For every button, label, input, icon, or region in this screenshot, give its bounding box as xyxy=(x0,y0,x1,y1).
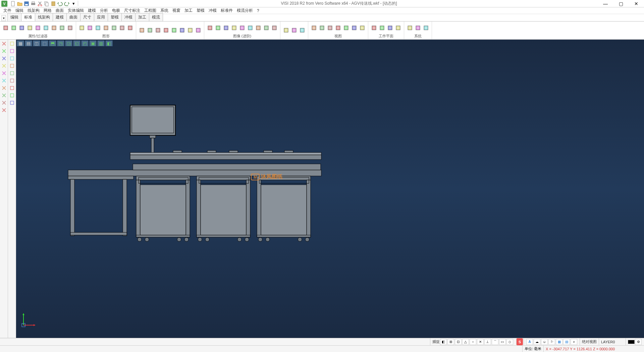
snap-tan-icon[interactable]: ⌒ xyxy=(492,339,498,345)
viewport-btn-3[interactable]: ⬚ xyxy=(41,40,48,46)
tab-7[interactable]: 塑模 xyxy=(108,13,122,21)
ribbon-btn-6-1[interactable] xyxy=(378,24,386,32)
ribbon-btn-3-0[interactable] xyxy=(206,24,214,32)
viewport-btn-7[interactable]: ◱ xyxy=(73,40,80,46)
qat-redo-icon[interactable] xyxy=(64,1,70,7)
ribbon-btn-4-1[interactable] xyxy=(290,26,298,35)
qat-open-icon[interactable] xyxy=(17,1,23,7)
ribbon-btn-0-5[interactable] xyxy=(42,24,50,32)
viewport-btn-10[interactable]: ▥ xyxy=(97,40,105,46)
ribbon-btn-1-3[interactable] xyxy=(102,24,110,32)
ribbon-btn-3-4[interactable] xyxy=(238,24,246,32)
viewport-btn-5[interactable]: ◳ xyxy=(57,40,64,46)
ribbon-btn-2-1[interactable] xyxy=(146,26,154,35)
snap-grid-icon[interactable]: ⊞ xyxy=(447,339,454,345)
mode-grid1-icon[interactable]: ▦ xyxy=(556,339,562,345)
menu-item-12[interactable]: 视窗 xyxy=(170,7,182,14)
left-tool2-0[interactable] xyxy=(9,40,15,47)
mode-chev-icon[interactable]: » xyxy=(571,339,577,345)
menu-item-15[interactable]: 冲模 xyxy=(207,7,219,14)
mode-cloud-icon[interactable]: ☁ xyxy=(534,339,540,345)
ribbon-btn-1-1[interactable] xyxy=(86,24,94,32)
ribbon-btn-1-5[interactable] xyxy=(118,24,126,32)
status-layer-settings-icon[interactable]: ⚙ xyxy=(635,339,642,345)
ribbon-btn-3-6[interactable] xyxy=(255,24,262,32)
ribbon-btn-0-6[interactable] xyxy=(50,24,58,32)
tab-0[interactable]: 编辑 xyxy=(7,13,21,21)
ribbon-btn-2-6[interactable] xyxy=(186,26,194,35)
left-tool-8[interactable] xyxy=(1,99,7,106)
menu-item-13[interactable]: 加工 xyxy=(182,7,195,14)
snap-mid-icon[interactable]: △ xyxy=(462,339,469,345)
ribbon-btn-6-0[interactable] xyxy=(370,24,378,32)
viewport-btn-6[interactable]: ◲ xyxy=(65,40,72,46)
snap-quad-icon[interactable]: ◇ xyxy=(506,339,513,345)
ribbon-btn-3-5[interactable] xyxy=(247,24,254,32)
ribbon-btn-0-4[interactable] xyxy=(34,24,42,32)
qat-copy-icon[interactable] xyxy=(44,1,50,7)
ribbon-btn-0-8[interactable] xyxy=(66,24,74,32)
viewport-btn-9[interactable]: ▣ xyxy=(89,40,97,46)
ribbon-btn-5-0[interactable] xyxy=(310,24,318,32)
mode-grid2-icon[interactable]: ▤ xyxy=(563,339,570,345)
qat-dropdown-icon[interactable]: ▾ xyxy=(70,1,76,7)
ribbon-btn-3-7[interactable] xyxy=(263,24,270,32)
tab-1[interactable]: 标准 xyxy=(21,13,35,21)
left-tool2-1[interactable] xyxy=(9,48,15,54)
qat-cut-icon[interactable] xyxy=(37,1,43,7)
tab-8[interactable]: 冲模 xyxy=(121,13,136,21)
ribbon-btn-3-3[interactable] xyxy=(230,24,238,32)
qat-save-icon[interactable] xyxy=(23,1,30,7)
ribbon-btn-5-6[interactable] xyxy=(359,24,366,32)
left-tool2-5[interactable] xyxy=(9,77,15,84)
left-tool-5[interactable] xyxy=(1,77,7,84)
ribbon-btn-1-6[interactable] xyxy=(126,24,134,32)
ribbon-btn-0-0[interactable] xyxy=(2,24,9,32)
left-tool-9[interactable] xyxy=(1,107,7,114)
tab-9[interactable]: 加工 xyxy=(135,13,149,21)
qat-undo-icon[interactable] xyxy=(57,1,63,7)
viewport-3d[interactable]: ▦▤◫⬚⬒◳◲◱◰▣▥◧ xyxy=(16,40,644,338)
menu-item-14[interactable]: 塑模 xyxy=(195,7,207,14)
ribbon-btn-1-2[interactable] xyxy=(94,24,102,32)
maximize-button[interactable]: ▢ xyxy=(613,0,629,7)
snap-perp-icon[interactable]: ⊥ xyxy=(484,339,491,345)
viewport-btn-1[interactable]: ▤ xyxy=(25,40,32,46)
menu-item-16[interactable]: 标准件 xyxy=(219,7,235,14)
tab-6[interactable]: 应用 xyxy=(94,13,108,21)
ribbon-btn-1-4[interactable] xyxy=(110,24,118,32)
mode-flag-icon[interactable]: ⚐ xyxy=(548,339,555,345)
ribbon-btn-5-4[interactable] xyxy=(342,24,350,32)
qat-new-icon[interactable] xyxy=(10,1,16,7)
left-tool-4[interactable] xyxy=(1,70,7,77)
ribbon-btn-0-1[interactable] xyxy=(10,24,17,32)
snap-near-icon[interactable]: ▭ xyxy=(499,339,506,345)
left-tool-6[interactable] xyxy=(1,85,7,91)
left-tool-1[interactable] xyxy=(1,48,7,54)
ribbon-btn-4-0[interactable] xyxy=(282,26,290,35)
left-tool2-4[interactable] xyxy=(9,70,15,77)
tab-2[interactable]: 线架构 xyxy=(35,13,53,21)
left-tool-3[interactable] xyxy=(1,62,7,69)
snap-int-icon[interactable]: ✕ xyxy=(477,339,484,345)
ribbon-btn-7-2[interactable] xyxy=(422,24,430,32)
ribbon-btn-5-3[interactable] xyxy=(334,24,342,32)
ribbon-btn-1-0[interactable] xyxy=(78,24,86,32)
ribbon-btn-5-1[interactable] xyxy=(318,24,326,32)
viewport-btn-2[interactable]: ◫ xyxy=(33,40,40,46)
tab-5[interactable]: 尺寸 xyxy=(80,13,94,21)
ribbon-btn-7-0[interactable] xyxy=(406,24,414,32)
snap-end-icon[interactable]: ⊡ xyxy=(455,339,462,345)
ribbon-btn-2-7[interactable] xyxy=(195,26,202,35)
left-tool2-3[interactable] xyxy=(9,62,15,69)
left-tool2-2[interactable] xyxy=(9,55,15,62)
status-layer[interactable]: LAYER0 xyxy=(599,338,626,345)
ribbon-btn-0-3[interactable] xyxy=(26,24,34,32)
snap-toggle-icon[interactable]: ◧ xyxy=(440,339,447,345)
ribbon-btn-0-7[interactable] xyxy=(58,24,66,32)
ribbon-collapse-icon[interactable]: ▾ xyxy=(1,15,6,21)
ribbon-btn-6-3[interactable] xyxy=(394,24,402,32)
ribbon-btn-2-5[interactable] xyxy=(178,26,186,35)
ribbon-btn-2-0[interactable] xyxy=(138,26,146,35)
left-tool-2[interactable] xyxy=(1,55,7,62)
